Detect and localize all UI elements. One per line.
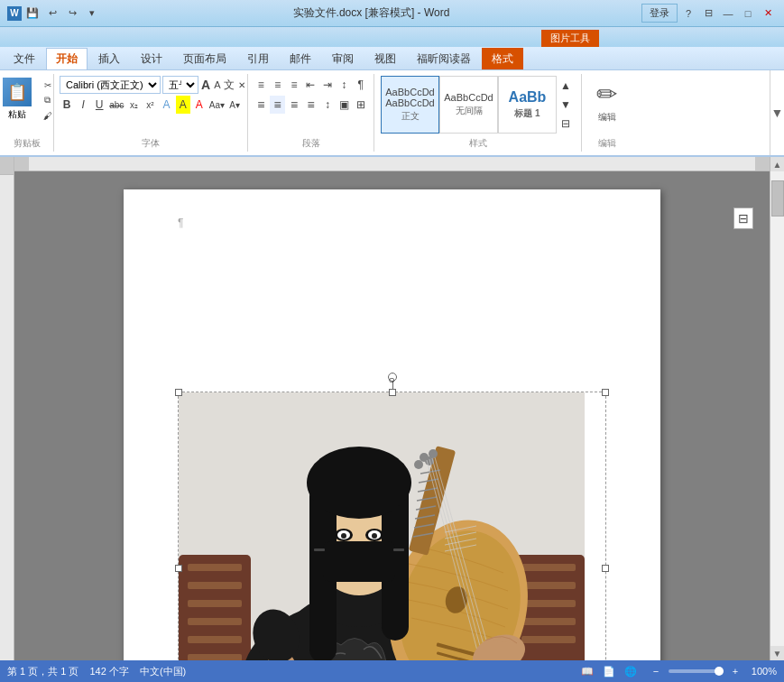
help-button[interactable]: ? bbox=[679, 5, 697, 23]
scroll-up-button[interactable]: ▲ bbox=[770, 157, 785, 171]
status-bar: 第 1 页，共 1 页 142 个字 中文(中国) 📖 📄 🌐 − + 100% bbox=[0, 660, 784, 682]
image-container[interactable]: ○ bbox=[178, 392, 606, 660]
styles-group: AaBbCcDd AaBbCcDd 正文 AaBbCcDd 无间隔 AaBb 标… bbox=[374, 74, 582, 152]
align-left-button[interactable]: ≡ bbox=[254, 96, 268, 114]
tab-reader[interactable]: 福昕阅读器 bbox=[407, 48, 481, 69]
scroll-down-button[interactable]: ▼ bbox=[770, 646, 785, 660]
undo-button[interactable]: ↩ bbox=[43, 5, 61, 23]
tab-references[interactable]: 引用 bbox=[237, 48, 279, 69]
tab-home[interactable]: 开始 bbox=[46, 48, 88, 69]
tab-insert[interactable]: 插入 bbox=[88, 48, 130, 69]
increase-indent-button[interactable]: ⇥ bbox=[320, 76, 335, 94]
styles-more[interactable]: ⊟ bbox=[557, 115, 575, 133]
tab-mailings[interactable]: 邮件 bbox=[280, 48, 321, 69]
italic-button[interactable]: I bbox=[76, 96, 90, 114]
maximize-button[interactable]: □ bbox=[739, 5, 757, 23]
font-color-button[interactable]: A bbox=[192, 96, 207, 114]
horizontal-ruler bbox=[14, 157, 770, 171]
shrink-font-button[interactable]: A bbox=[213, 76, 221, 94]
line-spacing-button[interactable]: ↕ bbox=[320, 96, 335, 114]
zoom-out-button[interactable]: − bbox=[647, 662, 665, 680]
document-content-area: ¶ ○ bbox=[14, 157, 770, 660]
ribbon-display-button[interactable]: ⊟ bbox=[699, 5, 717, 23]
tab-review[interactable]: 审阅 bbox=[322, 48, 364, 69]
font-caps-button[interactable]: A▾ bbox=[227, 96, 242, 114]
vertical-ruler bbox=[0, 157, 14, 660]
superscript-button[interactable]: x² bbox=[143, 96, 157, 114]
page-scroll-area[interactable]: ¶ ○ bbox=[14, 171, 770, 660]
svg-rect-5 bbox=[188, 600, 242, 607]
editing-button[interactable]: ✏ 编辑 bbox=[585, 76, 630, 134]
clear-format-button[interactable]: ✕ bbox=[237, 76, 246, 94]
redo-button[interactable]: ↪ bbox=[63, 5, 81, 23]
web-layout-button[interactable]: 🌐 bbox=[622, 662, 640, 680]
tab-design[interactable]: 设计 bbox=[131, 48, 172, 69]
justify-button[interactable]: ≡ bbox=[303, 96, 318, 114]
handle-middle-right[interactable] bbox=[602, 565, 609, 572]
underline-button[interactable]: U bbox=[92, 96, 106, 114]
save-button[interactable]: 💾 bbox=[23, 5, 42, 23]
show-marks-button[interactable]: ¶ bbox=[354, 76, 368, 94]
handle-top-left[interactable] bbox=[175, 389, 182, 396]
tab-view[interactable]: 视图 bbox=[364, 48, 406, 69]
style-heading1[interactable]: AaBb 标题 1 bbox=[498, 76, 557, 134]
image-layout-button[interactable]: ⊟ bbox=[735, 210, 752, 226]
svg-point-57 bbox=[341, 533, 346, 539]
style-normal[interactable]: AaBbCcDd AaBbCcDd 正文 bbox=[381, 76, 439, 134]
decrease-indent-button[interactable]: ⇤ bbox=[303, 76, 318, 94]
font-aa-button[interactable]: Aa▾ bbox=[208, 96, 226, 114]
close-button[interactable]: ✕ bbox=[759, 5, 777, 23]
center-button[interactable]: ≡ bbox=[270, 96, 284, 114]
style-heading1-label: 标题 1 bbox=[514, 107, 540, 120]
subscript-button[interactable]: x₂ bbox=[126, 96, 141, 114]
font-size-selector[interactable]: 五号 bbox=[162, 76, 198, 94]
bullets-button[interactable]: ≡ bbox=[254, 76, 268, 94]
print-layout-button[interactable]: 📄 bbox=[600, 662, 618, 680]
multilevel-button[interactable]: ≡ bbox=[287, 76, 301, 94]
read-mode-button[interactable]: 📖 bbox=[578, 662, 596, 680]
minimize-button[interactable]: — bbox=[719, 5, 737, 23]
ribbon-scroll-right[interactable]: ▼ bbox=[770, 70, 784, 155]
borders-button[interactable]: ⊞ bbox=[354, 96, 368, 114]
numbering-button[interactable]: ≡ bbox=[270, 76, 284, 94]
tab-file[interactable]: 文件 bbox=[4, 48, 45, 69]
scroll-thumb[interactable] bbox=[771, 180, 784, 217]
tab-format[interactable]: 格式 bbox=[482, 48, 523, 69]
style-no-spacing-preview: AaBbCcDd bbox=[444, 92, 493, 103]
font-name-selector[interactable]: Calibri (西文正文) bbox=[60, 76, 161, 94]
zoom-slider[interactable] bbox=[669, 669, 723, 673]
change-case-button[interactable]: 文 bbox=[223, 76, 235, 94]
style-no-spacing-label: 无间隔 bbox=[456, 105, 483, 117]
text-effects-button[interactable]: A bbox=[160, 96, 174, 114]
rotate-handle[interactable]: ○ bbox=[388, 373, 397, 382]
highlight-button[interactable]: A bbox=[176, 96, 190, 114]
svg-rect-52 bbox=[323, 541, 395, 582]
language: 中文(中国) bbox=[140, 665, 186, 678]
font-group: Calibri (西文正文) 五号 A A 文 ✕ B I U abc x₂ x… bbox=[54, 74, 248, 152]
login-button[interactable]: 登录 bbox=[641, 4, 678, 23]
styles-scroll-up[interactable]: ▲ bbox=[557, 77, 575, 95]
ribbon-tabs: 文件 开始 插入 设计 页面布局 引用 邮件 审阅 视图 福昕阅读器 格式 bbox=[0, 47, 784, 70]
shading-button[interactable]: ▣ bbox=[337, 96, 351, 114]
svg-rect-60 bbox=[393, 548, 404, 551]
zoom-in-button[interactable]: + bbox=[726, 662, 744, 680]
strikethrough-button[interactable]: abc bbox=[108, 96, 125, 114]
svg-rect-14 bbox=[521, 618, 576, 625]
qat-more-button[interactable]: ▾ bbox=[83, 5, 101, 23]
grow-font-button[interactable]: A bbox=[200, 76, 211, 94]
bold-button[interactable]: B bbox=[60, 96, 74, 114]
svg-rect-59 bbox=[314, 548, 325, 551]
handle-top-right[interactable] bbox=[602, 389, 609, 396]
paste-button[interactable]: 📋 粘贴 bbox=[0, 76, 37, 123]
style-no-spacing[interactable]: AaBbCcDd 无间隔 bbox=[439, 76, 498, 134]
paragraph-align-row: ≡ ≡ ≡ ≡ ↕ ▣ ⊞ bbox=[254, 96, 368, 114]
editing-icon: ✏ bbox=[596, 79, 617, 109]
styles-label: 样式 bbox=[469, 137, 487, 150]
tab-layout[interactable]: 页面布局 bbox=[173, 48, 236, 69]
handle-middle-left[interactable] bbox=[175, 565, 182, 572]
handle-top-center[interactable] bbox=[389, 389, 396, 396]
sort-button[interactable]: ↕ bbox=[337, 76, 351, 94]
zoom-slider-thumb[interactable] bbox=[715, 667, 724, 676]
align-right-button[interactable]: ≡ bbox=[287, 96, 301, 114]
styles-scroll-down[interactable]: ▼ bbox=[557, 96, 575, 114]
